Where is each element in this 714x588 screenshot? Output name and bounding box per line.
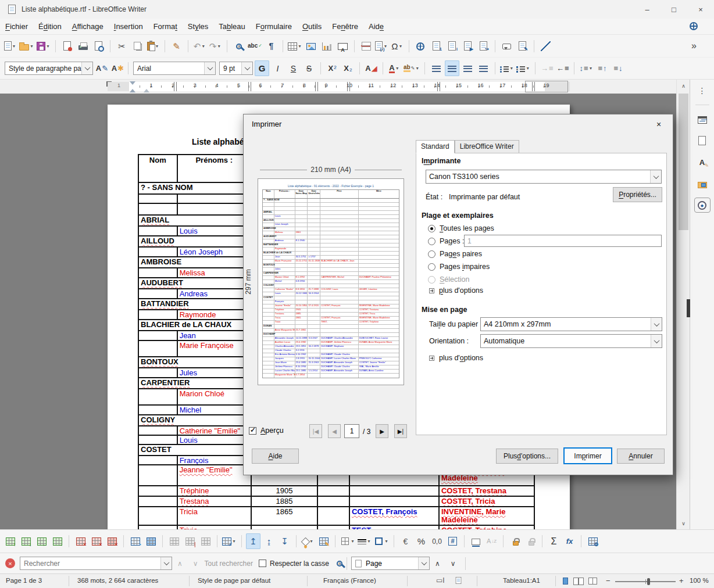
- frame-style-icon[interactable]: [469, 533, 483, 549]
- protect-cells-icon[interactable]: [508, 533, 522, 549]
- font-size-combo[interactable]: 9 pt: [219, 62, 253, 75]
- table-cell[interactable]: [139, 497, 177, 506]
- radio-button[interactable]: [428, 250, 435, 258]
- align-center-icon[interactable]: [445, 60, 459, 76]
- paste-icon-arrow[interactable]: ▾: [155, 44, 160, 49]
- font-color-icon-arrow[interactable]: ▾: [395, 66, 400, 71]
- language-status[interactable]: Français (France): [323, 577, 376, 584]
- copy-icon[interactable]: [130, 38, 145, 54]
- page-panel-icon[interactable]: [694, 133, 711, 148]
- table-cell[interactable]: [177, 204, 251, 214]
- table-cell[interactable]: Tricia: [177, 507, 251, 525]
- delete-row-icon[interactable]: ×: [73, 533, 88, 549]
- table-cell[interactable]: [139, 406, 177, 414]
- open-icon-arrow[interactable]: ▾: [29, 44, 34, 49]
- decrease-paragraph-spacing-icon[interactable]: ≡↓: [611, 60, 625, 76]
- paragraph-style-combo[interactable]: Style de paragraphe par: [5, 62, 93, 75]
- cancel-button[interactable]: Annuler: [617, 449, 665, 464]
- clone-formatting-icon[interactable]: ✎: [169, 38, 184, 54]
- menu-formulaire[interactable]: Formulaire: [251, 20, 297, 33]
- next-page-button[interactable]: ▶: [376, 424, 388, 438]
- radio-button[interactable]: [428, 238, 435, 245]
- table-cell[interactable]: Michel: [177, 406, 251, 414]
- more-options-button[interactable]: Plus d'options...: [496, 449, 558, 464]
- table-cell[interactable]: Jules: [177, 368, 251, 377]
- bold-icon[interactable]: G: [255, 60, 269, 76]
- cut-icon[interactable]: ✂: [115, 38, 129, 54]
- decimal-format-icon[interactable]: 0,0: [430, 533, 444, 549]
- tab-libreoffice-writer[interactable]: LibreOffice Writer: [455, 140, 519, 153]
- radio-option-pages-paires[interactable]: Pages paires: [428, 248, 662, 260]
- table-cell[interactable]: Marie Françoise: [177, 341, 251, 356]
- superscript-icon[interactable]: X²: [325, 60, 340, 76]
- expand-icon[interactable]: [429, 288, 434, 293]
- highlight-color-icon-arrow[interactable]: ▾: [415, 66, 420, 71]
- language-globe-icon[interactable]: [690, 22, 698, 30]
- print-preview-icon[interactable]: [91, 38, 106, 54]
- subscript-icon[interactable]: X₂: [341, 60, 355, 76]
- increase-paragraph-spacing-icon[interactable]: ≡↑: [595, 60, 609, 76]
- zoom-slider[interactable]: [615, 581, 676, 582]
- unordered-list-icon[interactable]: ▾: [499, 60, 515, 76]
- range-more-options[interactable]: plus d'options: [429, 286, 483, 295]
- export-pdf-icon[interactable]: [60, 38, 74, 54]
- radio-option-pages[interactable]: Pages :: [428, 235, 662, 248]
- save-icon-arrow[interactable]: ▾: [45, 44, 51, 49]
- table-cell[interactable]: Raymonde: [177, 310, 251, 319]
- search-dropdown[interactable]: [160, 557, 172, 569]
- table-cell[interactable]: François: [177, 456, 251, 464]
- menu-tableau[interactable]: Tableau: [213, 20, 251, 33]
- new-document-icon-arrow[interactable]: ▾: [12, 44, 17, 49]
- clear-formatting-icon[interactable]: A◢: [364, 60, 379, 76]
- table-cell[interactable]: COSTET, François: [349, 507, 438, 525]
- scroll-up-arrow[interactable]: ∧: [677, 80, 690, 92]
- match-case-option[interactable]: Respecter la casse: [259, 560, 329, 568]
- navigate-next-icon[interactable]: ∨: [445, 560, 461, 568]
- cross-reference-icon[interactable]: [476, 38, 491, 54]
- ruler-column-marker[interactable]: [174, 82, 177, 91]
- delete-column-icon[interactable]: ×: [89, 533, 103, 549]
- last-page-button[interactable]: ▶|: [394, 424, 407, 438]
- dialog-title-bar[interactable]: Imprimer ×: [244, 114, 673, 133]
- select-cell-icon[interactable]: ▪: [128, 533, 142, 549]
- table-cell[interactable]: 1905: [251, 486, 317, 496]
- ruler-column-marker[interactable]: [437, 82, 440, 91]
- table-header-cell[interactable]: Prénoms :: [177, 155, 251, 182]
- insert-table-icon-arrow[interactable]: ▾: [297, 44, 302, 49]
- table-cell[interactable]: [139, 248, 177, 256]
- ordered-list-icon[interactable]: ▾: [516, 60, 531, 76]
- table-cell[interactable]: Catherine "Emilie": [177, 426, 251, 435]
- ruler-column-marker[interactable]: [347, 82, 350, 91]
- delete-table-icon[interactable]: ×: [105, 533, 119, 549]
- table-cell[interactable]: [139, 465, 177, 485]
- properties-button[interactable]: Propriétés...: [613, 187, 662, 202]
- zoom-in-icon[interactable]: +: [679, 576, 684, 585]
- horizontal-ruler[interactable]: 123456789101112131415161718191: [0, 80, 676, 94]
- table-cell[interactable]: [139, 436, 177, 444]
- align-right-icon[interactable]: [460, 60, 475, 76]
- navigate-previous-icon[interactable]: ∧: [430, 560, 445, 568]
- align-bottom-icon[interactable]: ↧: [277, 533, 292, 549]
- insert-endnote-icon[interactable]: [445, 38, 459, 54]
- percent-format-icon[interactable]: %: [414, 533, 429, 549]
- table-cell[interactable]: COSTET, Tricia: [438, 497, 534, 506]
- table-cell[interactable]: Louis: [177, 227, 251, 235]
- save-status-icon[interactable]: [456, 577, 462, 584]
- tab-standard[interactable]: Standard: [416, 140, 455, 153]
- table-cell[interactable]: 1885: [251, 497, 317, 506]
- special-character-icon-arrow[interactable]: ▾: [398, 44, 404, 49]
- autoformat-table-icon[interactable]: ✓▾: [222, 533, 237, 549]
- justify-icon[interactable]: [476, 60, 491, 76]
- find-replace-icon[interactable]: [231, 38, 246, 54]
- book-view-icon[interactable]: [588, 578, 597, 586]
- table-cell[interactable]: [349, 497, 438, 506]
- insert-column-left-icon[interactable]: ←: [34, 533, 49, 549]
- dialog-close-icon[interactable]: ×: [651, 118, 667, 130]
- close-button[interactable]: ×: [687, 0, 714, 19]
- single-page-view-icon[interactable]: [563, 578, 568, 586]
- menu-affichage[interactable]: Affichage: [67, 20, 109, 33]
- formatting-marks-icon[interactable]: ¶: [264, 38, 279, 54]
- table-cell[interactable]: [139, 507, 177, 525]
- print-icon[interactable]: [76, 38, 90, 54]
- find-all-label[interactable]: Tout rechercher: [205, 560, 253, 568]
